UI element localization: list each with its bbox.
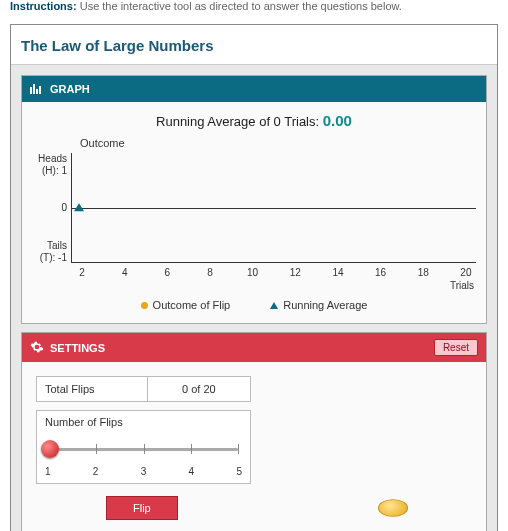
- zero-line: [72, 208, 476, 209]
- running-avg-value: 0.00: [323, 112, 352, 129]
- x-axis-title: Trials: [32, 280, 474, 291]
- slider-tick: [144, 444, 145, 454]
- legend-outcome-label: Outcome of Flip: [153, 299, 231, 311]
- x-tick: 16: [371, 267, 391, 278]
- svg-rect-3: [39, 86, 41, 94]
- chart-legend: Outcome of Flip Running Average: [32, 291, 476, 313]
- running-avg-prefix: Running Average of 0 Trials:: [156, 114, 319, 129]
- y-tick-tails: Tails (T): -1: [32, 240, 67, 263]
- legend-avg-label: Running Average: [283, 299, 367, 311]
- slider-knob[interactable]: [41, 440, 59, 458]
- instructions-text: Instructions: Use the interactive tool a…: [10, 0, 498, 12]
- slider-label: 4: [189, 466, 195, 477]
- svg-rect-1: [33, 84, 35, 94]
- y-tick-zero: 0: [32, 202, 67, 214]
- slider-label: 5: [236, 466, 242, 477]
- svg-rect-2: [36, 89, 38, 94]
- flip-row: Flip: [36, 496, 472, 520]
- graph-title: GRAPH: [50, 83, 90, 95]
- slider-label: 3: [141, 466, 147, 477]
- interactive-card: The Law of Large Numbers GRAPH Running A…: [10, 24, 498, 531]
- y-axis-title: Outcome: [80, 137, 476, 149]
- total-flips-label: Total Flips: [37, 377, 148, 401]
- x-axis: 2 4 6 8 10 12 14 16 18 20: [72, 263, 476, 278]
- x-tick: 4: [115, 267, 135, 278]
- chart-area: Heads (H): 1 0 Tails (T): -1: [32, 153, 476, 263]
- plot-area: [72, 153, 476, 263]
- circle-icon: [141, 302, 148, 309]
- total-flips-value: 0 of 20: [148, 377, 250, 401]
- instructions-label: Instructions:: [10, 0, 77, 12]
- x-tick: 18: [413, 267, 433, 278]
- slider-tick: [96, 444, 97, 454]
- flips-slider[interactable]: [49, 438, 238, 462]
- gear-icon: [30, 340, 44, 356]
- total-flips-row: Total Flips 0 of 20: [36, 376, 251, 402]
- slider-tick: [191, 444, 192, 454]
- reset-button[interactable]: Reset: [434, 339, 478, 356]
- legend-running-avg: Running Average: [270, 299, 367, 311]
- flip-button[interactable]: Flip: [106, 496, 178, 520]
- settings-title: SETTINGS: [50, 342, 105, 354]
- instructions-body: Use the interactive tool as directed to …: [80, 0, 402, 12]
- graph-header: GRAPH: [22, 76, 486, 102]
- x-tick: 6: [157, 267, 177, 278]
- number-of-flips-box: Number of Flips 1 2 3 4: [36, 410, 251, 484]
- running-avg-marker: [74, 203, 84, 211]
- y-axis: Heads (H): 1 0 Tails (T): -1: [32, 153, 72, 263]
- y-tick-heads: Heads (H): 1: [32, 153, 67, 176]
- coin-icon: [378, 499, 408, 517]
- bar-chart-icon: [30, 82, 44, 96]
- x-tick: 12: [285, 267, 305, 278]
- graph-body: Running Average of 0 Trials: 0.00 Outcom…: [22, 102, 486, 323]
- settings-header: SETTINGS Reset: [22, 333, 486, 362]
- triangle-icon: [270, 302, 278, 309]
- svg-rect-0: [30, 87, 32, 94]
- x-tick: 14: [328, 267, 348, 278]
- slider-label: 1: [45, 466, 51, 477]
- x-tick: 10: [243, 267, 263, 278]
- number-of-flips-label: Number of Flips: [45, 416, 242, 428]
- x-tick: 20: [456, 267, 476, 278]
- settings-panel: SETTINGS Reset Total Flips 0 of 20 Numbe…: [21, 332, 487, 531]
- slider-label: 2: [93, 466, 99, 477]
- x-tick: 2: [72, 267, 92, 278]
- slider-tick: [238, 444, 239, 454]
- running-avg-title: Running Average of 0 Trials: 0.00: [32, 112, 476, 129]
- card-title: The Law of Large Numbers: [11, 25, 497, 65]
- settings-body: Total Flips 0 of 20 Number of Flips: [22, 362, 486, 531]
- graph-panel: GRAPH Running Average of 0 Trials: 0.00 …: [21, 75, 487, 324]
- x-tick: 8: [200, 267, 220, 278]
- legend-outcome: Outcome of Flip: [141, 299, 231, 311]
- slider-labels: 1 2 3 4 5: [45, 466, 242, 477]
